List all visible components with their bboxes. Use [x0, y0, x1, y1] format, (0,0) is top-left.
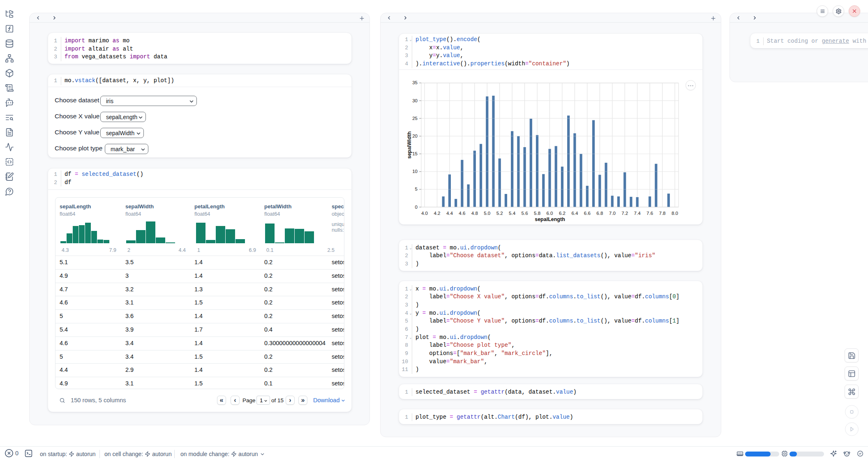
- svg-text:4.6: 4.6: [459, 211, 465, 216]
- svg-text:6.4: 6.4: [571, 211, 578, 216]
- svg-text:4.8: 4.8: [471, 211, 478, 216]
- svg-text:20: 20: [412, 134, 418, 138]
- svg-text:4.2: 4.2: [434, 211, 441, 216]
- svg-text:0: 0: [415, 205, 418, 210]
- svg-text:6.8: 6.8: [596, 211, 603, 216]
- svg-text:sepalWidth: sepalWidth: [406, 131, 412, 159]
- svg-text:5.0: 5.0: [484, 211, 490, 216]
- svg-text:5.2: 5.2: [496, 211, 503, 216]
- svg-text:30: 30: [412, 98, 418, 103]
- svg-text:7.8: 7.8: [659, 211, 666, 216]
- svg-text:4.4: 4.4: [446, 211, 453, 216]
- svg-text:4.0: 4.0: [421, 211, 428, 216]
- svg-text:35: 35: [412, 80, 418, 85]
- svg-text:5: 5: [415, 187, 418, 191]
- svg-text:7.2: 7.2: [621, 211, 628, 216]
- svg-text:10: 10: [412, 169, 418, 174]
- svg-text:7.4: 7.4: [634, 211, 641, 216]
- svg-text:6.0: 6.0: [547, 211, 553, 216]
- svg-text:7.0: 7.0: [609, 211, 616, 216]
- svg-text:25: 25: [412, 116, 418, 121]
- svg-text:6.2: 6.2: [559, 211, 566, 216]
- svg-text:5.8: 5.8: [534, 211, 540, 216]
- svg-text:8.0: 8.0: [672, 211, 678, 216]
- svg-text:sepalLength: sepalLength: [535, 217, 565, 222]
- svg-text:5.6: 5.6: [522, 211, 528, 216]
- svg-text:15: 15: [412, 151, 418, 156]
- svg-text:5.4: 5.4: [509, 211, 516, 216]
- svg-text:7.6: 7.6: [646, 211, 653, 216]
- svg-text:6.6: 6.6: [584, 211, 591, 216]
